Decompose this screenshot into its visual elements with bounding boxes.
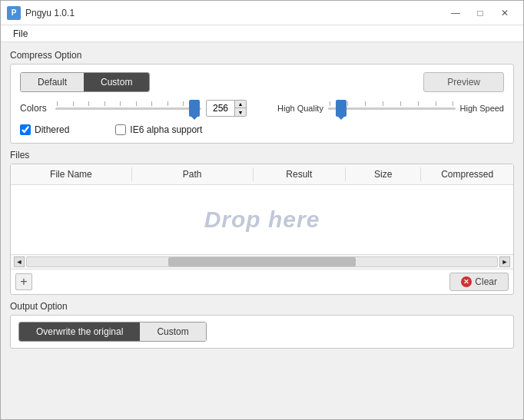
controls-row: Colors xyxy=(20,100,504,117)
colors-slider-ticks xyxy=(55,101,201,106)
add-file-button[interactable]: + xyxy=(15,273,32,290)
output-section: Output Option Overwrite the original Cus… xyxy=(10,301,514,349)
files-footer: + ✕ Clear xyxy=(11,269,513,294)
title-bar: P Pngyu 1.0.1 — □ ✕ xyxy=(1,1,523,25)
close-button[interactable]: ✕ xyxy=(492,4,517,22)
col-header-filename: File Name xyxy=(11,167,132,181)
scroll-right-arrow[interactable]: ► xyxy=(499,256,510,267)
clear-label: Clear xyxy=(475,276,497,287)
colors-slider-container xyxy=(55,101,201,116)
col-header-compressed: Compressed xyxy=(421,167,513,181)
quality-slider-ticks xyxy=(328,101,456,106)
colors-value-input[interactable] xyxy=(207,101,234,115)
files-panel: File Name Path Result Size Compressed Dr… xyxy=(10,164,514,295)
minimize-button[interactable]: — xyxy=(443,4,468,22)
quality-slider-group: High Quality xyxy=(277,101,504,116)
content-area: Compress Option Default Custom Preview C… xyxy=(1,42,523,419)
drop-here-text: Drop here xyxy=(204,207,320,233)
files-section: Files File Name Path Result Size Compres… xyxy=(10,150,514,295)
colors-slider-thumb[interactable] xyxy=(189,100,200,117)
tab-output-custom[interactable]: Custom xyxy=(140,322,205,341)
scroll-left-arrow[interactable]: ◄ xyxy=(14,256,25,267)
scroll-thumb[interactable] xyxy=(168,257,357,266)
compress-panel: Default Custom Preview Colors xyxy=(10,64,514,144)
dithered-checkbox[interactable] xyxy=(20,124,31,135)
colors-slider-group: Colors xyxy=(20,100,247,117)
dithered-checkbox-label[interactable]: Dithered xyxy=(20,124,69,135)
colors-spin-up[interactable]: ▲ xyxy=(235,101,246,108)
tab-overwrite[interactable]: Overwrite the original xyxy=(19,322,140,341)
colors-number-input: ▲ ▼ xyxy=(206,100,247,117)
menu-bar: File xyxy=(1,25,523,42)
checkboxes-row: Dithered IE6 alpha support xyxy=(20,124,504,135)
quality-slider-container xyxy=(328,101,456,116)
title-bar-controls: — □ ✕ xyxy=(443,4,517,22)
ie6-label-text: IE6 alpha support xyxy=(130,124,202,135)
output-panel: Overwrite the original Custom xyxy=(10,315,514,349)
tab-custom[interactable]: Custom xyxy=(84,73,149,91)
col-header-size: Size xyxy=(346,167,421,181)
high-speed-label: High Speed xyxy=(460,104,505,113)
quality-slider-track xyxy=(328,107,456,110)
colors-label: Colors xyxy=(20,103,51,114)
compress-header: Default Custom Preview xyxy=(20,72,504,92)
files-table-header: File Name Path Result Size Compressed xyxy=(11,164,513,185)
col-header-result: Result xyxy=(254,167,347,181)
clear-button[interactable]: ✕ Clear xyxy=(449,273,509,291)
preview-button[interactable]: Preview xyxy=(423,72,504,92)
tab-default[interactable]: Default xyxy=(21,73,84,91)
output-tab-group: Overwrite the original Custom xyxy=(18,322,207,342)
dithered-label-text: Dithered xyxy=(35,124,69,135)
compress-section-label: Compress Option xyxy=(10,50,514,61)
col-header-path: Path xyxy=(132,167,254,181)
main-window: P Pngyu 1.0.1 — □ ✕ File Compress Option… xyxy=(0,0,524,420)
files-drop-zone[interactable]: Drop here xyxy=(11,185,513,254)
colors-slider-track xyxy=(55,107,201,110)
quality-slider-thumb[interactable] xyxy=(336,100,347,117)
compress-tab-group: Default Custom xyxy=(20,72,150,92)
horizontal-scrollbar: ◄ ► xyxy=(11,254,513,269)
maximize-button[interactable]: □ xyxy=(468,4,492,22)
output-section-label: Output Option xyxy=(10,301,514,312)
scroll-track[interactable] xyxy=(26,256,498,267)
menu-file[interactable]: File xyxy=(7,28,34,40)
clear-icon: ✕ xyxy=(461,276,472,287)
app-icon: P xyxy=(7,6,21,20)
colors-spinner: ▲ ▼ xyxy=(234,101,246,116)
ie6-checkbox[interactable] xyxy=(115,124,126,135)
ie6-checkbox-label[interactable]: IE6 alpha support xyxy=(115,124,202,135)
compress-section: Compress Option Default Custom Preview C… xyxy=(10,50,514,144)
high-quality-label: High Quality xyxy=(277,104,323,113)
files-section-label: Files xyxy=(10,150,514,160)
title-bar-text: Pngyu 1.0.1 xyxy=(25,8,443,18)
colors-spin-down[interactable]: ▼ xyxy=(235,108,246,116)
